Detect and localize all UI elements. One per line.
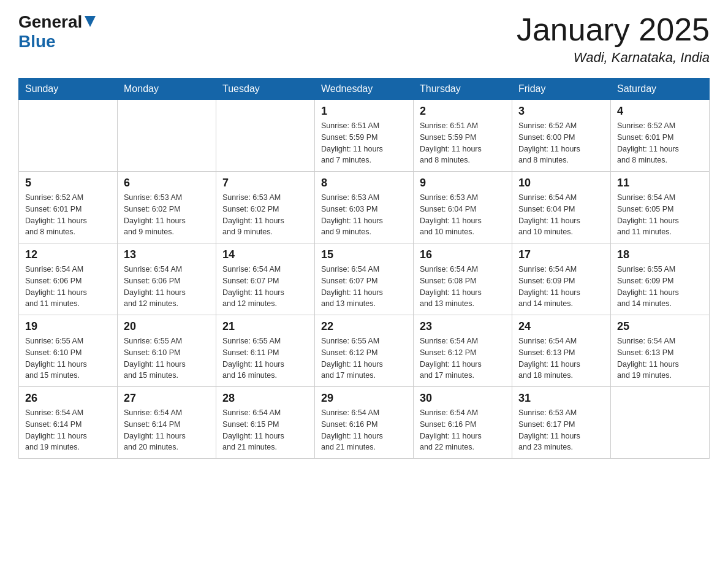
- calendar-cell: [216, 100, 315, 172]
- day-number: 27: [124, 392, 210, 405]
- month-title: January 2025: [517, 12, 710, 47]
- day-info: Sunrise: 6:54 AM Sunset: 6:05 PM Dayligh…: [617, 192, 703, 238]
- weekday-header: Saturday: [611, 79, 710, 100]
- day-info: Sunrise: 6:54 AM Sunset: 6:12 PM Dayligh…: [420, 335, 506, 381]
- day-number: 29: [321, 392, 407, 405]
- logo-blue-text: Blue: [18, 32, 56, 51]
- weekday-header: Monday: [118, 79, 216, 100]
- calendar-cell: 11Sunrise: 6:54 AM Sunset: 6:05 PM Dayli…: [611, 172, 710, 243]
- day-info: Sunrise: 6:54 AM Sunset: 6:16 PM Dayligh…: [420, 407, 506, 453]
- day-number: 16: [420, 248, 506, 261]
- day-info: Sunrise: 6:51 AM Sunset: 5:59 PM Dayligh…: [321, 120, 407, 166]
- calendar-cell: 3Sunrise: 6:52 AM Sunset: 6:00 PM Daylig…: [512, 100, 611, 172]
- calendar-cell: 29Sunrise: 6:54 AM Sunset: 6:16 PM Dayli…: [315, 387, 414, 459]
- location-title: Wadi, Karnataka, India: [517, 50, 710, 66]
- calendar-cell: 19Sunrise: 6:55 AM Sunset: 6:10 PM Dayli…: [19, 315, 118, 387]
- day-info: Sunrise: 6:54 AM Sunset: 6:08 PM Dayligh…: [420, 264, 506, 310]
- day-number: 20: [124, 320, 210, 333]
- calendar-cell: 30Sunrise: 6:54 AM Sunset: 6:16 PM Dayli…: [414, 387, 512, 459]
- calendar-cell: 8Sunrise: 6:53 AM Sunset: 6:03 PM Daylig…: [315, 172, 414, 243]
- calendar-cell: 27Sunrise: 6:54 AM Sunset: 6:14 PM Dayli…: [118, 387, 216, 459]
- day-info: Sunrise: 6:55 AM Sunset: 6:12 PM Dayligh…: [321, 335, 407, 381]
- day-info: Sunrise: 6:54 AM Sunset: 6:04 PM Dayligh…: [518, 192, 604, 238]
- day-info: Sunrise: 6:54 AM Sunset: 6:07 PM Dayligh…: [222, 264, 308, 310]
- calendar-cell: 22Sunrise: 6:55 AM Sunset: 6:12 PM Dayli…: [315, 315, 414, 387]
- day-info: Sunrise: 6:54 AM Sunset: 6:14 PM Dayligh…: [124, 407, 210, 453]
- day-info: Sunrise: 6:52 AM Sunset: 6:01 PM Dayligh…: [617, 120, 703, 166]
- calendar-cell: [118, 100, 216, 172]
- calendar-week-row: 5Sunrise: 6:52 AM Sunset: 6:01 PM Daylig…: [19, 172, 710, 243]
- logo-arrow-icon: [85, 16, 96, 29]
- day-number: 31: [518, 392, 604, 405]
- day-number: 23: [420, 320, 506, 333]
- calendar-cell: [19, 100, 118, 172]
- weekday-header: Friday: [512, 79, 611, 100]
- day-info: Sunrise: 6:53 AM Sunset: 6:03 PM Dayligh…: [321, 192, 407, 238]
- day-number: 3: [518, 105, 604, 118]
- calendar-cell: 17Sunrise: 6:54 AM Sunset: 6:09 PM Dayli…: [512, 243, 611, 315]
- day-info: Sunrise: 6:53 AM Sunset: 6:02 PM Dayligh…: [222, 192, 308, 238]
- day-number: 11: [617, 177, 703, 190]
- day-number: 26: [25, 392, 111, 405]
- calendar-cell: 1Sunrise: 6:51 AM Sunset: 5:59 PM Daylig…: [315, 100, 414, 172]
- calendar-cell: 23Sunrise: 6:54 AM Sunset: 6:12 PM Dayli…: [414, 315, 512, 387]
- calendar-table: SundayMondayTuesdayWednesdayThursdayFrid…: [18, 78, 710, 459]
- weekday-header: Wednesday: [315, 79, 414, 100]
- day-info: Sunrise: 6:54 AM Sunset: 6:06 PM Dayligh…: [25, 264, 111, 310]
- day-number: 22: [321, 320, 407, 333]
- day-info: Sunrise: 6:54 AM Sunset: 6:13 PM Dayligh…: [617, 335, 703, 381]
- day-number: 9: [420, 177, 506, 190]
- calendar-cell: 9Sunrise: 6:53 AM Sunset: 6:04 PM Daylig…: [414, 172, 512, 243]
- page-header: General Blue January 2025 Wadi, Karnatak…: [18, 12, 710, 66]
- day-number: 25: [617, 320, 703, 333]
- calendar-cell: 15Sunrise: 6:54 AM Sunset: 6:07 PM Dayli…: [315, 243, 414, 315]
- day-info: Sunrise: 6:54 AM Sunset: 6:14 PM Dayligh…: [25, 407, 111, 453]
- calendar-cell: 18Sunrise: 6:55 AM Sunset: 6:09 PM Dayli…: [611, 243, 710, 315]
- calendar-cell: 5Sunrise: 6:52 AM Sunset: 6:01 PM Daylig…: [19, 172, 118, 243]
- day-number: 21: [222, 320, 308, 333]
- calendar-cell: 20Sunrise: 6:55 AM Sunset: 6:10 PM Dayli…: [118, 315, 216, 387]
- calendar-cell: 6Sunrise: 6:53 AM Sunset: 6:02 PM Daylig…: [118, 172, 216, 243]
- day-info: Sunrise: 6:53 AM Sunset: 6:17 PM Dayligh…: [518, 407, 604, 453]
- logo: General Blue: [18, 12, 96, 52]
- calendar-cell: 21Sunrise: 6:55 AM Sunset: 6:11 PM Dayli…: [216, 315, 315, 387]
- day-number: 13: [124, 248, 210, 261]
- day-info: Sunrise: 6:55 AM Sunset: 6:10 PM Dayligh…: [25, 335, 111, 381]
- calendar-cell: 16Sunrise: 6:54 AM Sunset: 6:08 PM Dayli…: [414, 243, 512, 315]
- title-area: January 2025 Wadi, Karnataka, India: [517, 12, 710, 66]
- day-info: Sunrise: 6:54 AM Sunset: 6:15 PM Dayligh…: [222, 407, 308, 453]
- day-info: Sunrise: 6:54 AM Sunset: 6:16 PM Dayligh…: [321, 407, 407, 453]
- day-number: 5: [25, 177, 111, 190]
- weekday-header: Thursday: [414, 79, 512, 100]
- day-info: Sunrise: 6:54 AM Sunset: 6:07 PM Dayligh…: [321, 264, 407, 310]
- day-number: 17: [518, 248, 604, 261]
- weekday-header: Tuesday: [216, 79, 315, 100]
- calendar-cell: 31Sunrise: 6:53 AM Sunset: 6:17 PM Dayli…: [512, 387, 611, 459]
- day-info: Sunrise: 6:54 AM Sunset: 6:13 PM Dayligh…: [518, 335, 604, 381]
- calendar-week-row: 12Sunrise: 6:54 AM Sunset: 6:06 PM Dayli…: [19, 243, 710, 315]
- calendar-cell: 7Sunrise: 6:53 AM Sunset: 6:02 PM Daylig…: [216, 172, 315, 243]
- day-number: 4: [617, 105, 703, 118]
- calendar-cell: 12Sunrise: 6:54 AM Sunset: 6:06 PM Dayli…: [19, 243, 118, 315]
- day-number: 1: [321, 105, 407, 118]
- day-number: 12: [25, 248, 111, 261]
- day-info: Sunrise: 6:54 AM Sunset: 6:09 PM Dayligh…: [518, 264, 604, 310]
- calendar-cell: 10Sunrise: 6:54 AM Sunset: 6:04 PM Dayli…: [512, 172, 611, 243]
- day-info: Sunrise: 6:53 AM Sunset: 6:04 PM Dayligh…: [420, 192, 506, 238]
- day-number: 7: [222, 177, 308, 190]
- calendar-cell: [611, 387, 710, 459]
- day-number: 10: [518, 177, 604, 190]
- day-info: Sunrise: 6:52 AM Sunset: 6:01 PM Dayligh…: [25, 192, 111, 238]
- calendar-cell: 4Sunrise: 6:52 AM Sunset: 6:01 PM Daylig…: [611, 100, 710, 172]
- day-number: 14: [222, 248, 308, 261]
- day-info: Sunrise: 6:55 AM Sunset: 6:11 PM Dayligh…: [222, 335, 308, 381]
- day-number: 15: [321, 248, 407, 261]
- calendar-cell: 2Sunrise: 6:51 AM Sunset: 5:59 PM Daylig…: [414, 100, 512, 172]
- weekday-header-row: SundayMondayTuesdayWednesdayThursdayFrid…: [19, 79, 710, 100]
- calendar-cell: 25Sunrise: 6:54 AM Sunset: 6:13 PM Dayli…: [611, 315, 710, 387]
- day-number: 19: [25, 320, 111, 333]
- calendar-cell: 13Sunrise: 6:54 AM Sunset: 6:06 PM Dayli…: [118, 243, 216, 315]
- day-number: 18: [617, 248, 703, 261]
- day-number: 8: [321, 177, 407, 190]
- day-info: Sunrise: 6:55 AM Sunset: 6:10 PM Dayligh…: [124, 335, 210, 381]
